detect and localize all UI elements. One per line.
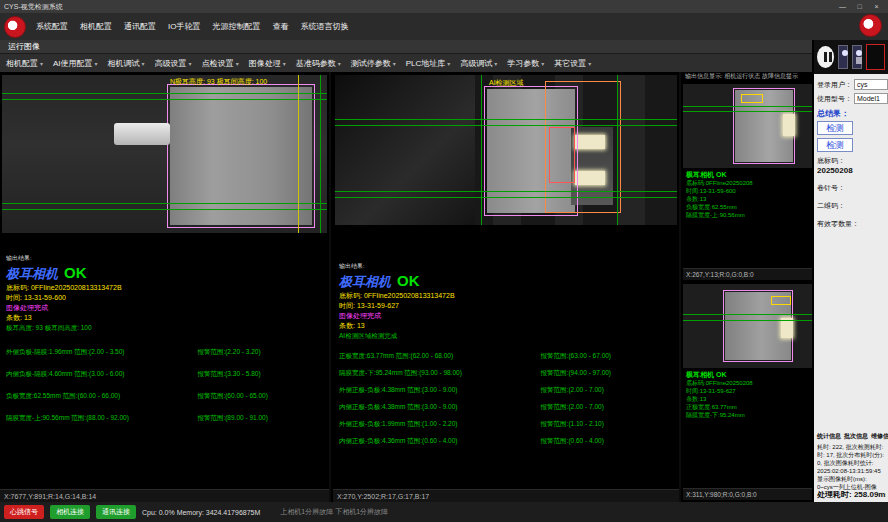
barcode-value: 20250208 [817,166,885,175]
preview-line: 底标码:0FFIine20250208 [686,179,811,187]
preview-line: 条数:13 [686,195,811,203]
defect-rect-overlay [549,127,575,183]
measure-value: 负极宽度:62.55mm 范围:(60.00 - 66.00) [6,392,197,401]
window-controls: — □ × [835,1,884,12]
count-text: 条数: 13 [6,313,325,323]
note-text: 极耳高度: 93 极耳间高度: 100 [6,323,325,332]
tab-stats-info[interactable]: 统计信息 [817,432,841,441]
left-camera-view[interactable]: N极耳高度: 93 极耳间高度: 100 输出结果: 极耳相机 OK 底标码: … [0,72,331,502]
tool-label: 高级调试 [460,58,492,69]
menu-system-config[interactable]: 系统配置 [36,21,68,32]
preview-text-2: 极耳相机 OK 底标码:0FFIine20250208 时间:13-31-59-… [686,370,811,419]
machine-background [335,75,475,225]
maximize-button[interactable]: □ [852,1,867,12]
measurement-row: 隔膜宽度-下:95.24mm 范围:(93.00 - 98.00)报警范围:(9… [339,369,675,378]
tool-plc-address[interactable]: PLC地址库▾ [406,58,451,69]
menu-bar: 系统配置 相机配置 通讯配置 IO手轮置 光源控制配置 查看 系统语言切换 [0,13,888,40]
preview-camera-1[interactable]: 极耳相机 OK 底标码:0FFIine20250208 时间:13-31-59-… [683,84,812,280]
roi-rect-overlay [167,84,315,228]
count-text: 条数: 13 [339,321,675,331]
side-panel-body: 登录用户： cys 使用型号： Model1 总结果： 检测 检测 底标码： 2… [814,74,888,502]
right-camera-view[interactable]: AI检测区域 输出结果: 极耳相机 OK 底标码: 0FFIine2025020… [333,72,681,502]
preview-image-2[interactable] [683,284,812,368]
stat-line: 显示图像耗时(ms): [817,475,886,483]
tool-label: 点检设置 [202,58,234,69]
toolbar: 相机配置▾ AI使用配置▾ 相机调试▾ 高级设置▾ 点检设置▾ 图像处理▾ 基准… [0,53,812,72]
measure-line-overlay [335,197,677,198]
tool-label: 高级设置 [155,58,187,69]
tool-image-process[interactable]: 图像处理▾ [249,58,286,69]
label-rect-overlay [771,296,791,305]
left-camera-image[interactable]: N极耳高度: 93 极耳间高度: 100 [2,75,327,233]
menu-light-config[interactable]: 光源控制配置 [212,21,260,32]
result-ok-badge: OK [64,264,87,281]
measure-line-overlay [683,111,812,112]
tool-advanced-settings[interactable]: 高级设置▾ [155,58,192,69]
model-select[interactable]: Model1 [854,93,888,104]
chevron-down-icon: ▾ [95,60,98,67]
tab-run-image[interactable]: 运行图像 [8,41,40,52]
right-result-block: 输出结果: 极耳相机 OK 底标码: 0FFIine20250208133134… [339,262,675,446]
chevron-down-icon: ▾ [541,60,544,67]
measure-line-overlay [2,209,327,210]
measure-line-overlay [335,191,677,192]
tool-label: AI使用配置 [53,58,93,69]
process-status-text: 图像处理完成 [6,303,325,313]
menu-camera-config[interactable]: 相机配置 [80,21,112,32]
alarm-range: 报警范围:(2.00 - 7.00) [541,386,675,395]
menu-io-config[interactable]: IO手轮置 [168,21,200,32]
measurement-row: 内侧正极-负极:4.38mm 范围:(3.00 - 9.00)报警范围:(2.0… [339,403,675,412]
title-bar: CYS-视觉检测系统 — □ × [0,0,888,13]
menu-comm-config[interactable]: 通讯配置 [124,21,156,32]
menu-language-switch[interactable]: 系统语言切换 [300,21,348,32]
tab-batch-info[interactable]: 批次信息 [844,432,868,441]
pause-button[interactable] [817,46,834,68]
preview-image-1[interactable] [683,84,812,168]
minimize-button[interactable]: — [835,1,850,12]
tool-other-settings[interactable]: 其它设置▾ [554,58,591,69]
result-ok-badge: OK [397,272,420,289]
tab-maintenance-info[interactable]: 维修信息 [871,432,888,441]
measure-value: 外侧负极-隔膜:1.96mm 范围:(2.00 - 3.50) [6,348,197,357]
model-label: 使用型号： [817,94,852,104]
measurement-row: 外侧负极-隔膜:1.96mm 范围:(2.00 - 3.50)报警范围:(2.2… [6,348,325,357]
tool-spot-check[interactable]: 点检设置▾ [202,58,239,69]
right-camera-image[interactable]: AI检测区域 [335,75,677,225]
menu-items: 系统配置 相机配置 通讯配置 IO手轮置 光源控制配置 查看 系统语言切换 [36,21,348,32]
chevron-down-icon: ▾ [283,60,286,67]
preview-line: 条数:13 [686,395,811,403]
preview-camera-2[interactable]: 极耳相机 OK 底标码:0FFIine20250208 时间:13-31-59-… [683,284,812,500]
barcode-text: 底标码: 0FFIine2025020813313472B [339,291,675,301]
menu-view[interactable]: 查看 [272,21,288,32]
preview-line: 隔膜宽度-上:90.56mm [686,211,811,219]
fault-messages: 上相机1分辨故障 下相机1分辨故障 [280,507,388,517]
close-button[interactable]: × [869,1,884,12]
tool-advanced-debug[interactable]: 高级调试▾ [460,58,497,69]
measure-value: 内侧正极-负极:4.38mm 范围:(3.00 - 9.00) [339,403,541,412]
tool-test-stop-params[interactable]: 测试停参数▾ [351,58,396,69]
camera-toggle-button[interactable] [838,45,848,69]
alarm-range: 报警范围:(89.00 - 91.00) [197,414,325,423]
alarm-range: 报警范围:(1.10 - 2.10) [541,420,675,429]
lock-button[interactable] [852,45,862,69]
tool-barcode-params[interactable]: 基准码参数▾ [296,58,341,69]
tool-camera-config[interactable]: 相机配置▾ [6,58,43,69]
measurement-row: 负极宽度:62.55mm 范围:(60.00 - 66.00)报警范围:(60.… [6,392,325,401]
measurement-row: 正极宽度:63.77mm 范围:(62.00 - 68.00)报警范围:(63.… [339,352,675,361]
preview-line: 隔膜宽度-下:95.24mm [686,411,811,419]
left-result-block: 输出结果: 极耳相机 OK 底标码: 0FFIine20250208133134… [6,254,325,423]
tool-learning-params[interactable]: 学习参数▾ [507,58,544,69]
tab-row: 运行图像 [0,40,812,53]
preview-column: 输出信息显示: 相机运行状态 故障信息提示 极耳相机 OK 底标码:0FFIin… [683,72,812,502]
login-user-label: 登录用户： [817,80,852,90]
preview-line: 负极宽度:62.55mm [686,203,811,211]
tool-camera-debug[interactable]: 相机调试▾ [108,58,145,69]
alarm-range: 报警范围:(2.20 - 3.20) [197,348,325,357]
preview-result-text: 极耳相机 OK [686,170,811,179]
tool-ai-config[interactable]: AI使用配置▾ [53,58,98,69]
measure-line-overlay [683,320,812,321]
bright-contact [783,114,795,136]
stat-line: 0, 批次图像耗时统计: [817,459,886,467]
chevron-down-icon: ▾ [447,60,450,67]
preview-result-text: 极耳相机 OK [686,370,811,379]
